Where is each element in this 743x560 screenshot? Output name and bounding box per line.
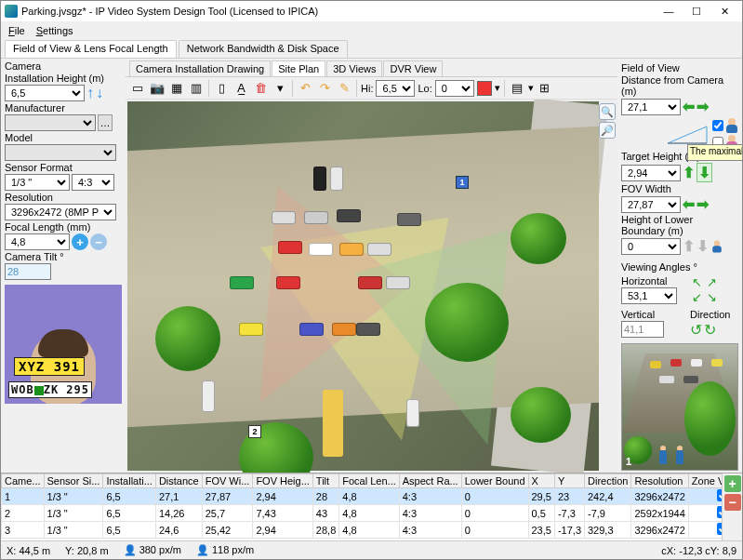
3d-preview: 1 xyxy=(621,343,738,471)
remove-row-button[interactable]: − xyxy=(724,494,741,511)
tab-bandwidth-disk[interactable]: Network Bandwidth & Disk Space xyxy=(179,40,348,58)
tab-dvr-view[interactable]: DVR View xyxy=(383,60,443,76)
status-px2: 👤 118 px/m xyxy=(196,544,254,556)
tool-redo-icon[interactable]: ↷ xyxy=(316,80,333,97)
col-header[interactable]: Lower Bound xyxy=(461,474,528,488)
hlb-up-icon[interactable]: ⬆ xyxy=(683,237,695,255)
fovw-left-icon[interactable]: ⬅ xyxy=(683,195,695,213)
color-picker[interactable] xyxy=(477,81,492,96)
col-header[interactable]: Y xyxy=(554,474,584,488)
camera-tilt-field[interactable] xyxy=(5,263,51,280)
add-row-button[interactable]: + xyxy=(724,475,741,492)
status-px1: 👤 380 px/m xyxy=(124,544,181,556)
zoom-in-button[interactable]: 🔍 xyxy=(599,103,616,120)
menu-file[interactable]: File xyxy=(5,24,29,37)
height-up-icon[interactable]: ↑ xyxy=(86,85,94,101)
tool-camera-icon[interactable]: 📷 xyxy=(149,80,166,97)
col-header[interactable]: Aspect Ra... xyxy=(399,474,461,488)
expand-se-icon: ↘ xyxy=(705,290,719,304)
col-header[interactable]: Distance xyxy=(155,474,202,488)
rotate-cw-icon[interactable]: ↻ xyxy=(704,321,716,339)
license-plate-1: XYZ 391 xyxy=(14,357,85,376)
tool-dropdown-icon[interactable]: ▾ xyxy=(272,80,288,97)
tool-wall-icon[interactable]: ▦ xyxy=(168,80,185,97)
hlb-down-icon[interactable]: ⬇ xyxy=(697,237,709,255)
col-header[interactable]: Installati... xyxy=(103,474,156,488)
fov-width-label: FOV Width xyxy=(621,183,738,194)
manufacturer-select[interactable] xyxy=(5,114,96,131)
height-down-icon[interactable]: ↓ xyxy=(96,85,103,101)
sensor-size-select[interactable]: 1/3 " xyxy=(5,174,70,191)
preview-cam-number: 1 xyxy=(626,456,631,467)
distance-right-icon[interactable]: ➡ xyxy=(697,98,709,115)
col-header[interactable]: Resolution xyxy=(631,474,688,488)
aspect-ratio-select[interactable]: 4:3 xyxy=(72,174,114,191)
resolution-select[interactable]: 3296x2472 (8MP Pro) xyxy=(5,204,116,220)
target-height-select[interactable]: 2,94 xyxy=(621,165,681,181)
site-plan-canvas[interactable]: 2 3 1 xyxy=(127,101,599,471)
tool-select-icon[interactable]: ▭ xyxy=(129,80,146,97)
col-header[interactable]: X xyxy=(528,474,554,488)
target-up-icon[interactable]: ⬆ xyxy=(683,164,695,181)
minimize-button[interactable]: — xyxy=(655,2,683,20)
hlb-select[interactable]: 0 xyxy=(621,238,681,255)
camera-tilt-label: Camera Tilt ° xyxy=(5,251,122,262)
fov-width-select[interactable]: 27,87 xyxy=(621,196,681,213)
horizontal-label: Horizontal xyxy=(621,275,677,287)
col-header[interactable]: FOV Wi... xyxy=(202,474,253,488)
col-header[interactable]: Zone Visibility xyxy=(688,474,722,488)
color-dropdown-icon[interactable]: ▾ xyxy=(495,82,500,94)
layers-dropdown-icon[interactable]: ▾ xyxy=(528,82,534,94)
tool-undo-icon[interactable]: ↶ xyxy=(297,80,313,97)
tool-highlight-icon[interactable]: ✎ xyxy=(336,80,352,97)
main-tabs: Field of View & Lens Focal Length Networ… xyxy=(1,40,742,59)
target-man-checkbox[interactable] xyxy=(712,120,723,131)
window-title: Parking.jvsgz* - IP Video System Design … xyxy=(21,6,655,17)
manufacturer-browse-button[interactable]: … xyxy=(98,114,113,131)
tool-delete-icon[interactable]: 🗑 xyxy=(252,80,269,97)
col-header[interactable]: Sensor Si... xyxy=(44,474,103,488)
lo-select[interactable]: 0 xyxy=(435,80,474,97)
col-header[interactable]: FOV Heig... xyxy=(253,474,312,488)
close-button[interactable]: ✕ xyxy=(710,2,738,20)
menu-settings[interactable]: Settings xyxy=(33,24,77,37)
tab-site-plan[interactable]: Site Plan xyxy=(272,60,325,76)
model-select[interactable] xyxy=(5,144,116,161)
camera-marker-1[interactable]: 1 xyxy=(456,176,469,189)
rotate-ccw-icon[interactable]: ↺ xyxy=(690,321,702,339)
hi-select[interactable]: 6,5 xyxy=(376,80,415,97)
camera-table[interactable]: Came...Sensor Si...Installati...Distance… xyxy=(1,473,722,540)
install-height-select[interactable]: 6,5 xyxy=(5,85,85,101)
tool-door-icon[interactable]: ▥ xyxy=(188,80,205,97)
fovw-right-icon[interactable]: ➡ xyxy=(697,195,709,213)
tool-layers-icon[interactable]: ▤ xyxy=(509,80,525,97)
distance-left-icon[interactable]: ⬅ xyxy=(683,98,695,115)
focal-length-select[interactable]: 4,8 xyxy=(5,233,70,250)
col-header[interactable]: Came... xyxy=(2,474,45,488)
tab-3d-views[interactable]: 3D Views xyxy=(326,60,382,76)
tab-fov-lens[interactable]: Field of View & Lens Focal Length xyxy=(5,40,177,58)
angle-quad-buttons[interactable]: ↖↗ ↙↘ xyxy=(690,275,722,304)
tool-snap-icon[interactable]: ⊞ xyxy=(537,80,553,97)
col-header[interactable]: Direction xyxy=(585,474,631,488)
horizontal-angle-select[interactable]: 53,1 xyxy=(621,287,677,304)
tool-text-icon[interactable]: A̲ xyxy=(232,80,249,97)
tab-cam-drawing[interactable]: Camera Installation Drawing xyxy=(129,60,271,76)
maximize-button[interactable]: ☐ xyxy=(683,2,710,20)
center-area: Camera Installation Drawing Site Plan 3D… xyxy=(126,59,617,473)
tool-column-icon[interactable]: ▯ xyxy=(213,80,230,97)
table-row[interactable]: 31/3 "6,524,625,422,9428,84,84:3023,5-17… xyxy=(2,522,723,539)
view-tabs: Camera Installation Drawing Site Plan 3D… xyxy=(126,59,617,77)
camera-marker-2[interactable]: 2 xyxy=(248,425,261,438)
focal-decrease-button[interactable]: − xyxy=(90,233,107,250)
col-header[interactable]: Tilt xyxy=(312,474,338,488)
zoom-out-button[interactable]: 🔎 xyxy=(599,122,616,139)
table-row[interactable]: 11/3 "6,527,127,872,94284,84:3029,523242… xyxy=(2,488,723,505)
target-down-icon[interactable]: ⬇ xyxy=(697,163,712,182)
focal-increase-button[interactable]: + xyxy=(72,233,88,250)
distance-select[interactable]: 27,1 xyxy=(621,99,681,115)
camera-schematic-icon xyxy=(666,123,709,145)
table-row[interactable]: 21/3 "6,514,2625,77,43434,84:300,5-7,3-7… xyxy=(2,505,723,522)
status-y: Y: 20,8 m xyxy=(65,545,108,556)
col-header[interactable]: Focal Len... xyxy=(339,474,399,488)
